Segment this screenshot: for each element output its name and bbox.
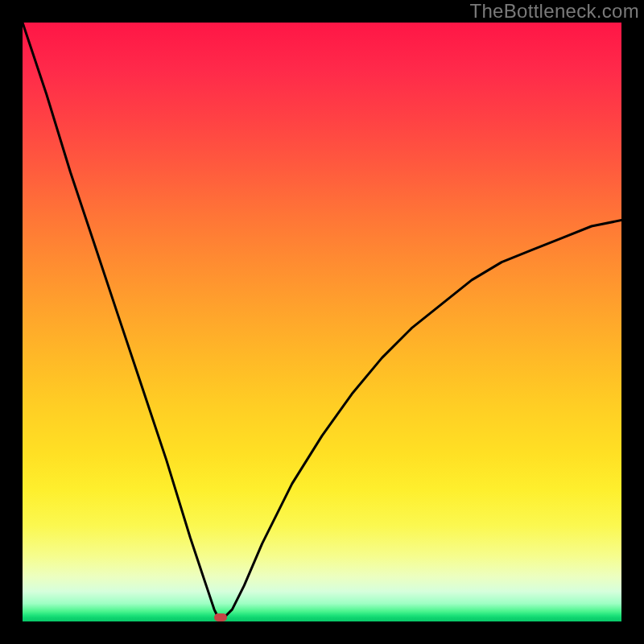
bottleneck-curve [23,23,621,621]
plot-area [23,23,621,621]
watermark-text: TheBottleneck.com [469,0,639,23]
chart-frame: TheBottleneck.com [0,0,644,644]
optimum-marker [214,613,227,621]
